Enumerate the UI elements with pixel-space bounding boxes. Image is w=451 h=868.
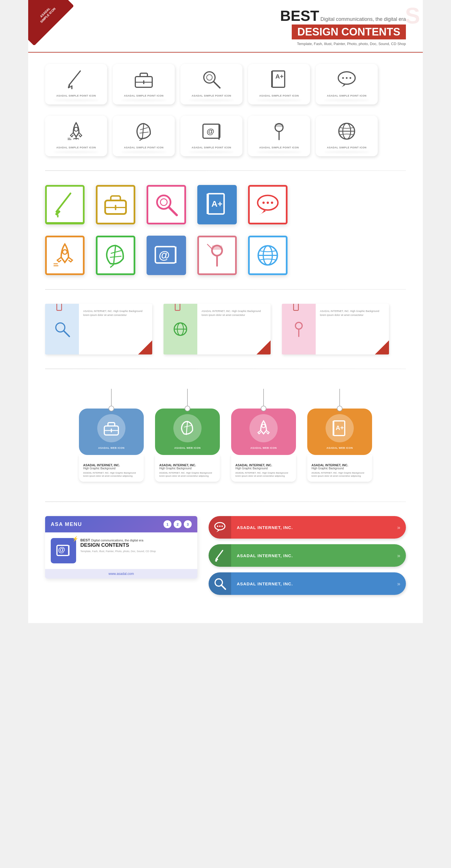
tag-desc-4: ASADAL INTERNET, INC. High Graphic Backg… <box>311 471 368 477</box>
header-best-line: BEST Digital communications, the digital… <box>39 8 406 23</box>
note-text-3: ASADAL INTERNET, INC. High Graphic Backg… <box>320 309 385 317</box>
tag-title-1: ASADAL INTERNET, INC. <box>83 463 140 467</box>
tag-hole-1 <box>109 406 114 411</box>
tag-sub-3: High Graphic Background <box>235 467 292 470</box>
tag-string-1 <box>111 389 112 406</box>
tag-string-3 <box>263 389 264 406</box>
icon-label-globe: ASADAL SIMPLE POINT ICON <box>318 146 375 149</box>
svg-line-75 <box>186 422 188 435</box>
sticker-magnifier <box>147 185 186 224</box>
design-label: DESIGN CONTENTS <box>292 25 406 39</box>
sticker-rocket <box>45 236 85 275</box>
btn-icon-mag <box>208 572 231 595</box>
tag-icon-2 <box>173 414 201 442</box>
section-note-cards: ASADAL INTERNET, INC. High Graphic Backg… <box>28 292 423 366</box>
svg-line-66 <box>64 331 69 336</box>
note-icon-pin <box>282 304 316 354</box>
svg-line-55 <box>111 251 121 253</box>
btn-text-chat: ASADAL INTERNET, INC. <box>231 525 392 530</box>
tag-string-4 <box>339 389 340 406</box>
svg-line-56 <box>110 256 121 257</box>
note-icon-globe <box>164 304 197 354</box>
btn-arrow-pencil: » <box>392 552 406 559</box>
svg-point-42 <box>160 199 167 206</box>
icon-card-globe: ASADAL SIMPLE POINT ICON <box>316 116 378 156</box>
svg-point-50 <box>63 250 67 254</box>
menu-url[interactable]: www.asadal.com <box>45 569 197 579</box>
section-gray-icons-row1: ASADAL SIMPLE POINT ICON ASADAL SIMPLE P… <box>28 53 423 116</box>
tag-label-3: ASADAL WEB ICON <box>235 446 292 450</box>
pin-icon <box>251 121 307 144</box>
svg-line-34 <box>56 193 71 212</box>
cta-button-mag[interactable]: ASADAL INTERNET, INC. » <box>208 572 406 595</box>
menu-design: DESIGN CONTENTS <box>80 542 192 549</box>
email-icon: @ <box>183 121 239 144</box>
btn-text-mag: ASADAL INTERNET, INC. <box>231 581 392 586</box>
sticker-row-1: A+ <box>45 185 406 224</box>
sticker-pencil <box>45 185 85 224</box>
svg-line-24 <box>140 128 148 130</box>
cta-button-pencil[interactable]: ASADAL INTERNET, INC. » <box>208 544 406 567</box>
note-content-3: ASADAL INTERNET, INC. High Graphic Backg… <box>316 304 389 354</box>
tag-info-3: ASADAL INTERNET, INC. High Graphic Backg… <box>231 455 296 482</box>
globe-icon <box>318 121 375 144</box>
svg-line-41 <box>169 207 177 215</box>
icon-label-email: ASADAL SIMPLE POINT ICON <box>183 146 239 149</box>
icon-card-pencil: ASADAL SIMPLE POINT ICON <box>45 64 107 104</box>
tag-title-3: ASADAL INTERNET, INC. <box>235 463 292 467</box>
svg-line-76 <box>184 426 191 427</box>
svg-point-48 <box>267 202 269 204</box>
svg-point-49 <box>271 202 273 204</box>
hang-tag-book: A+ ASADAL WEB ICON ASADAL INTERNET, INC.… <box>306 389 373 482</box>
menu-content: BEST Digital communications, the digital… <box>80 538 192 553</box>
icon-label-chat: ASADAL SIMPLE POINT ICON <box>318 94 375 97</box>
header-ribbon: ASADAL SIMPLE ICON <box>28 0 73 45</box>
icon-card-email: @ ASADAL SIMPLE POINT ICON <box>180 116 243 156</box>
svg-point-70 <box>295 322 302 329</box>
tag-desc-2: ASADAL INTERNET, INC. High Graphic Backg… <box>159 471 216 477</box>
tag-title-4: ASADAL INTERNET, INC. <box>311 463 368 467</box>
icon-card-briefcase: ASADAL SIMPLE POINT ICON <box>113 64 175 104</box>
note-text-2: ASADAL INTERNET, INC. High Graphic Backg… <box>201 309 266 317</box>
btn-icon-chat <box>208 516 231 538</box>
rocket-icon <box>48 121 104 144</box>
tag-desc-1: ASADAL INTERNET, INC. High Graphic Backg… <box>83 471 140 477</box>
svg-line-92 <box>221 585 225 589</box>
svg-point-10 <box>207 74 212 80</box>
best-sub: Digital communications, the digital era <box>320 16 406 22</box>
tag-icon-1 <box>97 414 125 442</box>
svg-point-18 <box>74 127 78 131</box>
menu-numbers: 1 2 3 <box>164 520 192 528</box>
icon-card-magnifier: ASADAL SIMPLE POINT ICON <box>180 64 243 104</box>
svg-text:@: @ <box>207 127 214 136</box>
btn-text-pencil: ASADAL INTERNET, INC. <box>231 553 392 558</box>
menu-num-2[interactable]: 2 <box>174 520 181 528</box>
section-sticker-row2: @ <box>28 236 423 286</box>
svg-line-0 <box>69 71 80 85</box>
svg-point-87 <box>222 526 223 527</box>
svg-line-23 <box>140 139 142 141</box>
tag-sub-4: High Graphic Background <box>311 467 368 470</box>
tag-info-4: ASADAL INTERNET, INC. High Graphic Backg… <box>307 455 372 482</box>
bottom-section: ASA MENU 1 2 3 @ BEST Digital communicat… <box>28 505 423 606</box>
icon-label-magnifier: ASADAL SIMPLE POINT ICON <box>183 94 239 97</box>
icon-card-leaf: ASADAL SIMPLE POINT ICON <box>113 116 175 156</box>
menu-num-3[interactable]: 3 <box>184 520 192 528</box>
icon-card-book: A+ ASADAL SIMPLE POINT ICON <box>248 64 310 104</box>
right-buttons: ASADAL INTERNET, INC. » ASADAL INTERNET,… <box>208 516 406 595</box>
sticker-book: A+ <box>197 185 237 224</box>
hang-tag-leaf: ASADAL WEB ICON ASADAL INTERNET, INC. Hi… <box>153 389 221 482</box>
tag-info-2: ASADAL INTERNET, INC. High Graphic Backg… <box>155 455 220 482</box>
hang-tag-briefcase: ASADAL WEB ICON ASADAL INTERNET, INC. Hi… <box>78 389 145 482</box>
sticker-pin <box>197 236 237 275</box>
menu-best: BEST Digital communications, the digital… <box>80 538 192 542</box>
menu-num-1[interactable]: 1 <box>164 520 171 528</box>
tag-desc-3: ASADAL INTERNET, INC. High Graphic Backg… <box>235 471 292 477</box>
svg-point-86 <box>219 526 221 527</box>
tag-body-4: A+ ASADAL WEB ICON <box>307 408 372 455</box>
cta-button-chat[interactable]: ASADAL INTERNET, INC. » <box>208 516 406 538</box>
icon-label-pin: ASADAL SIMPLE POINT ICON <box>251 146 307 149</box>
icon-card-chat: ASADAL SIMPLE POINT ICON <box>316 64 378 104</box>
section-gray-icons-row2: ASADAL SIMPLE POINT ICON ASADAL SIMPLE P… <box>28 116 423 167</box>
header-sub: Template, Fash, Illust, Painter, Photo, … <box>39 42 406 46</box>
